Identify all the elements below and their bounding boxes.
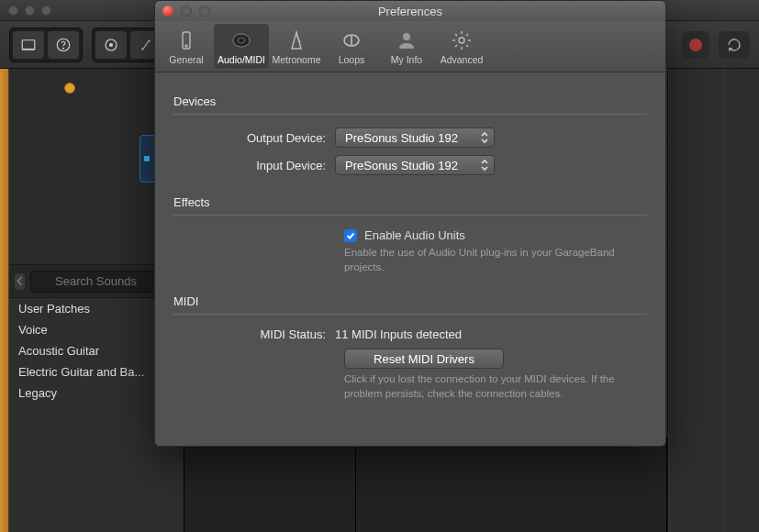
tab-general[interactable]: General <box>159 24 214 69</box>
minimize-button <box>181 6 192 17</box>
section-heading-midi: MIDI <box>173 294 647 308</box>
cycle-button[interactable] <box>719 31 750 59</box>
checkbox-label: Enable Audio Units <box>364 228 465 242</box>
tab-my-info[interactable]: My Info <box>379 24 434 69</box>
tab-metronome[interactable]: Metronome <box>269 24 324 69</box>
divider <box>173 314 647 315</box>
midi-status-value: 11 MIDI Inputs detected <box>335 327 462 341</box>
enable-audio-units-checkbox[interactable] <box>344 229 357 242</box>
device-icon <box>174 28 198 52</box>
svg-point-3 <box>63 48 64 49</box>
tab-label: Advanced <box>441 54 484 65</box>
svg-point-9 <box>185 45 187 47</box>
section-heading-effects: Effects <box>173 195 647 209</box>
svg-rect-0 <box>22 39 35 50</box>
record-button[interactable] <box>682 31 709 59</box>
chevron-updown-icon <box>480 131 489 147</box>
midi-reset-hint: Click if you lost the connection to your… <box>344 372 647 401</box>
reset-midi-drivers-button[interactable]: Reset MIDI Drivers <box>344 349 504 369</box>
select-value: PreSonus Studio 192 <box>345 131 458 145</box>
automation-indicator-icon <box>64 83 75 94</box>
midi-status-label: MIDI Status: <box>173 327 335 341</box>
library-toggle-button[interactable] <box>13 31 44 59</box>
tab-label: Metronome <box>272 54 320 65</box>
close-button[interactable] <box>162 6 173 17</box>
traffic-zoom[interactable] <box>41 6 51 16</box>
zoom-button <box>199 6 210 17</box>
quick-help-button[interactable] <box>48 31 79 59</box>
metronome-icon <box>285 28 308 52</box>
divider <box>173 114 647 115</box>
output-device-label: Output Device: <box>173 131 335 145</box>
effects-hint: Enable the use of Audio Unit plug-ins in… <box>344 246 629 274</box>
tab-label: General <box>169 54 203 65</box>
tab-advanced[interactable]: Advanced <box>434 24 489 69</box>
track-edge-strip <box>0 69 9 532</box>
editor-pane-right[interactable] <box>356 438 667 532</box>
loop-icon <box>340 28 363 52</box>
tab-loops[interactable]: Loops <box>324 24 379 69</box>
svg-point-16 <box>459 38 464 43</box>
speaker-icon <box>229 28 253 52</box>
preferences-window: Preferences General Audio/MIDI Metronome… <box>154 0 666 447</box>
divider <box>173 215 647 216</box>
tab-label: Audio/MIDI <box>218 54 265 65</box>
svg-point-12 <box>240 39 243 41</box>
right-timeline-strip <box>667 69 759 532</box>
input-device-label: Input Device: <box>173 159 335 172</box>
tab-label: My Info <box>391 54 422 65</box>
output-device-select[interactable]: PreSonus Studio 192 <box>335 127 495 148</box>
button-label: Reset MIDI Drivers <box>374 352 474 366</box>
section-heading-devices: Devices <box>173 94 647 108</box>
tab-audio-midi[interactable]: Audio/MIDI <box>214 24 269 69</box>
gear-icon <box>450 28 474 52</box>
input-device-select[interactable]: PreSonus Studio 192 <box>335 155 495 175</box>
preferences-tabbar: General Audio/MIDI Metronome Loops My In… <box>155 21 665 72</box>
traffic-close[interactable] <box>8 6 18 16</box>
svg-rect-8 <box>183 32 190 49</box>
window-title: Preferences <box>155 5 665 18</box>
svg-point-5 <box>110 43 113 46</box>
tab-label: Loops <box>339 54 365 65</box>
traffic-minimize[interactable] <box>25 6 35 16</box>
editor-pane-left[interactable] <box>184 438 356 532</box>
chevron-updown-icon <box>480 159 489 174</box>
select-value: PreSonus Studio 192 <box>345 159 458 172</box>
svg-point-15 <box>403 33 410 40</box>
library-back-button[interactable] <box>15 273 25 290</box>
smart-controls-button[interactable] <box>95 31 127 59</box>
person-icon <box>395 28 419 52</box>
preferences-titlebar[interactable]: Preferences <box>155 1 665 21</box>
